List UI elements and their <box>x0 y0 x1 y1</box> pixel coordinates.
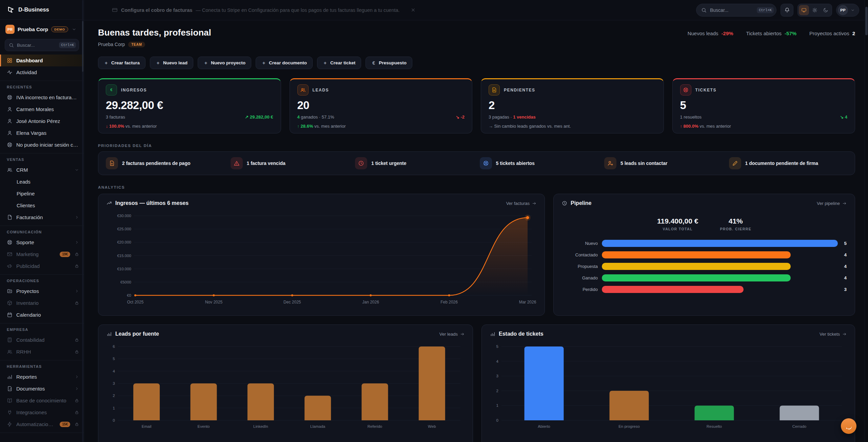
sidebar-item-reportes[interactable]: Reportes <box>0 371 84 383</box>
sidebar-item-rrhh[interactable]: RRHH <box>0 346 84 358</box>
sidebar-item-proyectos[interactable]: Proyectos <box>0 285 84 297</box>
svg-text:€: € <box>111 88 113 92</box>
sidebar-item-contabilidad[interactable]: Contabilidad <box>0 334 84 346</box>
sidebar-item-automatizaciones[interactable]: Automatizaciones 15€ <box>0 418 84 430</box>
sidebar-item-carmen-morales[interactable]: Carmen Morales <box>0 103 84 115</box>
clock-icon <box>562 201 567 206</box>
stage-bar <box>602 251 791 258</box>
leads-by-source-panel: Leads por fuente Ver leads 0123456EmailE… <box>98 324 473 442</box>
sidebar-item-integraciones[interactable]: Integraciones <box>0 406 84 418</box>
view-invoices-link[interactable]: Ver facturas <box>506 201 536 206</box>
nuevo-proyecto-button[interactable]: + Nuevo proyecto <box>198 57 251 69</box>
sidebar-item-documentos[interactable]: Documentos <box>0 383 84 395</box>
sidebar-search-input[interactable]: Buscar... Ctrl+K <box>5 39 79 51</box>
sidebar-search-placeholder: Buscar... <box>17 43 56 48</box>
tickets-bar-chart: 012345AbiertoEn progresoResueltoCerrado <box>490 342 847 430</box>
credit-card-icon <box>112 7 118 13</box>
svg-text:Evento: Evento <box>198 424 210 428</box>
leads-panel-title: Leads por fuente <box>115 331 159 337</box>
lock-icon <box>75 398 79 403</box>
sidebar-item-facturacion[interactable]: Facturación <box>0 211 84 223</box>
warning-icon <box>231 157 243 169</box>
sidebar-item-elena-vargas[interactable]: Elena Vargas <box>0 127 84 139</box>
euro-icon: € <box>106 84 117 96</box>
svg-text:LinkedIn: LinkedIn <box>253 424 268 428</box>
pipeline-panel: Pipeline Ver pipeline 119.400,00 € VALOR… <box>553 194 855 316</box>
sidebar-item-pipeline[interactable]: Pipeline <box>0 188 84 199</box>
crear-documento-button[interactable]: + Crear documento <box>256 57 313 69</box>
sidebar-item-soporte[interactable]: Soporte <box>0 236 84 248</box>
demo-badge: DEMO <box>51 26 68 32</box>
sidebar-item-leads[interactable]: Leads <box>0 176 84 188</box>
kpi-comparison: ↑ 800.0% vs. mes anterior <box>680 124 848 129</box>
banner-close-icon[interactable] <box>411 7 416 13</box>
global-search-input[interactable]: Buscar... Ctrl+K <box>696 4 776 17</box>
pipeline-stage-nuevo: Nuevo 5 <box>562 240 847 247</box>
sidebar-item-base-de-conocimiento[interactable]: Base de conocimiento <box>0 395 84 406</box>
sidebar-item-calendario[interactable]: Calendario <box>0 309 84 321</box>
view-pipeline-link[interactable]: Ver pipeline <box>817 201 847 206</box>
notifications-button[interactable] <box>781 4 793 17</box>
kpi-comparison: ↑ 28.6% vs. mes anterior <box>297 124 465 129</box>
page-scrollbar-thumb[interactable] <box>865 7 868 35</box>
crear-factura-button[interactable]: + Crear factura <box>98 57 145 69</box>
workspace-switcher[interactable]: PR Prueba Corp DEMO <box>0 20 84 39</box>
workspace-name: Prueba Corp <box>18 26 48 32</box>
user-menu[interactable]: PP <box>836 4 859 17</box>
theme-light-button[interactable] <box>810 5 820 15</box>
sidebar-item-jose-antonio-perez[interactable]: José Antonio Pérez <box>0 115 84 127</box>
sidebar-item-publicidad[interactable]: Publicidad <box>0 260 84 272</box>
sidebar-item-clientes[interactable]: Clientes <box>0 199 84 211</box>
priority-1-factura-vencida: 1 factura vencida <box>231 157 349 169</box>
view-leads-link[interactable]: Ver leads <box>439 332 465 337</box>
kpi-card-pendientes: PENDIENTES 2 3 pagadas · 1 vencidas → Si… <box>481 78 664 133</box>
analytics-section-label: ANALYTICS <box>98 185 855 189</box>
chat-fab-button[interactable] <box>841 418 856 434</box>
kpi-card-tickets: TICKETS 5 1 resueltos ↘ 4 ↑ 800.0% vs. m… <box>672 78 855 133</box>
svg-text:Cerrado: Cerrado <box>792 424 807 428</box>
presupuesto-button[interactable]: € Presupuesto <box>366 57 412 69</box>
nuevo-lead-button[interactable]: + Nuevo lead <box>150 57 193 69</box>
megaphone-icon <box>7 263 13 269</box>
kpi-comparison: → Sin cambio leads ganados vs. mes ant. <box>489 124 656 129</box>
kpi-label: INGRESOS <box>121 88 147 92</box>
kpi-card-leads: LEADS 20 4 ganados · 57.1% ↘ -2 ↑ 28.6% … <box>290 78 473 133</box>
sidebar-nav: Dashboard Actividad RECIENTES IVA incorr… <box>0 55 84 433</box>
team-badge: TEAM <box>128 42 145 47</box>
sidebar-item-crm[interactable]: CRM <box>0 164 84 176</box>
theme-system-button[interactable] <box>799 5 809 15</box>
setup-banner: Configura el cobro de facturas — Conecta… <box>112 7 416 13</box>
chat-icon <box>845 423 852 430</box>
stage-bar <box>602 286 744 293</box>
sidebar-item-marketing[interactable]: Marketing 19€ <box>0 248 84 260</box>
price-badge: 19€ <box>60 252 70 257</box>
crear-ticket-button[interactable]: + Crear ticket <box>317 57 361 69</box>
folder-icon <box>7 288 13 294</box>
svg-text:2: 2 <box>496 389 498 393</box>
banner-title: Configura el cobro de facturas <box>121 7 192 13</box>
theme-dark-button[interactable] <box>821 5 831 15</box>
sidebar-item-inventario[interactable]: Inventario <box>0 297 84 309</box>
header-stat-proyectos-activos: Proyectos activos 2 <box>809 30 855 36</box>
page-scrollbar[interactable] <box>865 0 868 442</box>
priority-2-facturas-pendientes-de-pago: 2 facturas pendientes de pago <box>106 157 224 169</box>
sidebar-item-dashboard[interactable]: Dashboard <box>0 55 84 66</box>
user-icon <box>7 118 13 124</box>
arrow-right-icon <box>842 201 847 206</box>
sidebar-item-actividad[interactable]: Actividad <box>0 66 84 78</box>
sidebar-item-iva-incorrecto-en-facturas-t[interactable]: IVA incorrecto en facturas t... <box>0 91 84 103</box>
sidebar-item-no-puedo-iniciar-sesion-co[interactable]: No puedo iniciar sesión co... <box>0 139 84 151</box>
calculator-icon <box>7 337 13 343</box>
view-tickets-link[interactable]: Ver tickets <box>820 332 847 337</box>
pipeline-stage-propuesta: Propuesta 4 <box>562 263 847 270</box>
app-logo: D-Business <box>0 0 84 20</box>
svg-text:Mar 2026: Mar 2026 <box>519 300 536 304</box>
svg-text:0: 0 <box>113 418 115 422</box>
quick-actions: + Crear factura + Nuevo lead + Nuevo pro… <box>98 57 855 69</box>
calendar-icon <box>7 312 13 318</box>
chevron-right-icon <box>75 289 79 293</box>
chart-icon <box>7 374 13 380</box>
kpi-subtext: 1 resueltos <box>680 114 702 120</box>
chevron-right-icon <box>75 386 79 391</box>
sidebar-scrollbar-thumb[interactable] <box>82 21 83 72</box>
